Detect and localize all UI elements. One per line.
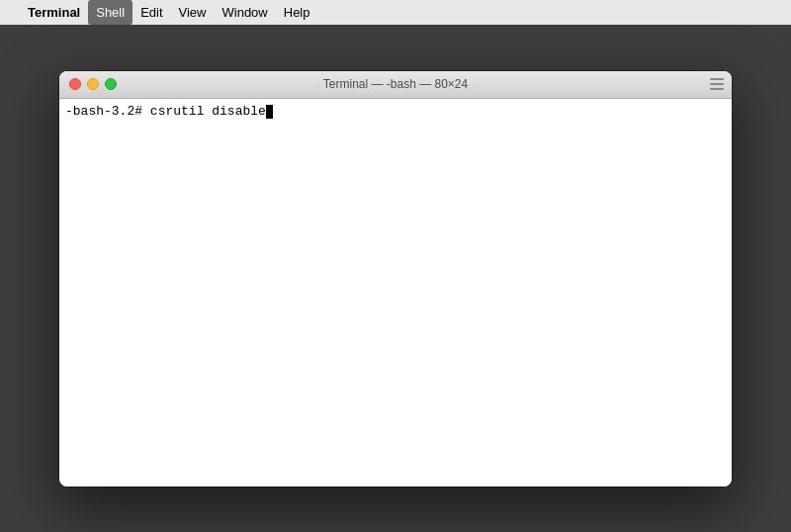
menu-item-shell[interactable]: Shell [88, 0, 132, 25]
window-title: Terminal — -bash — 80×24 [323, 77, 468, 91]
terminal-line: -bash-3.2# csrutil disable [65, 103, 726, 121]
menu-item-terminal[interactable]: Terminal [20, 0, 88, 25]
menu-bar: Terminal Shell Edit View Window Help [0, 0, 791, 25]
scrollback-icon[interactable] [710, 78, 724, 90]
menu-item-edit[interactable]: Edit [132, 0, 170, 25]
title-bar: Terminal — -bash — 80×24 [59, 71, 732, 99]
menu-item-view[interactable]: View [171, 0, 215, 25]
minimize-button[interactable] [87, 78, 99, 90]
maximize-button[interactable] [105, 78, 117, 90]
menu-items: Terminal Shell Edit View Window Help [20, 0, 318, 25]
terminal-prompt: -bash-3.2# [65, 103, 150, 121]
menu-item-help[interactable]: Help [276, 0, 318, 25]
terminal-content[interactable]: -bash-3.2# csrutil disable [59, 99, 732, 487]
menu-item-window[interactable]: Window [215, 0, 276, 25]
desktop: Terminal — -bash — 80×24 -bash-3.2# csru… [0, 25, 791, 532]
terminal-command: csrutil disable [150, 103, 266, 121]
window-buttons [69, 78, 117, 90]
close-button[interactable] [69, 78, 81, 90]
terminal-cursor [266, 105, 273, 119]
terminal-window: Terminal — -bash — 80×24 -bash-3.2# csru… [59, 71, 732, 487]
